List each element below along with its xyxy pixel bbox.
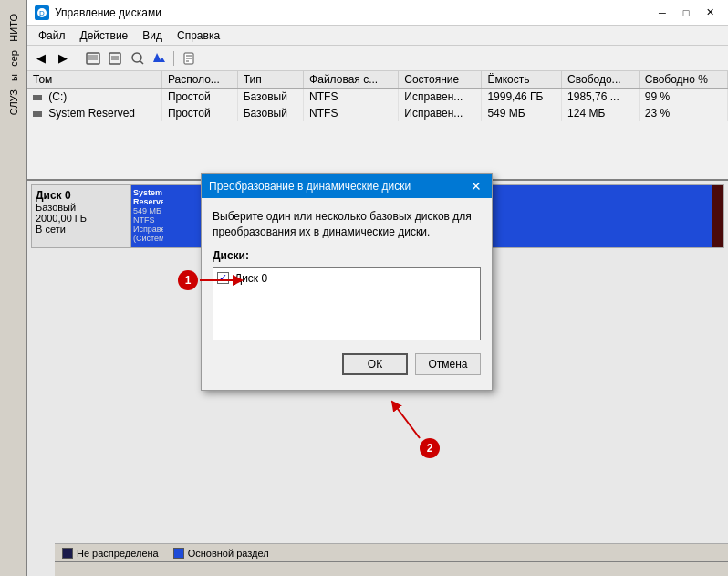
row2-free: 124 МБ bbox=[562, 105, 640, 121]
title-bar: D Управление дисками ─ □ ✕ bbox=[27, 0, 728, 26]
toolbar-btn-4[interactable] bbox=[149, 48, 169, 68]
row1-fs: NTFS bbox=[304, 89, 399, 106]
modal-disk-item[interactable]: ✓ Диск 0 bbox=[217, 272, 476, 285]
modal-dialog: Преобразование в динамические диски ✕ Вы… bbox=[201, 173, 493, 391]
legend-box-unallocated bbox=[62, 548, 73, 559]
row1-freepct: 99 % bbox=[639, 89, 727, 106]
row1-type: Базовый bbox=[237, 89, 303, 106]
table-row[interactable]: System Reserved Простой Базовый NTFS Исп… bbox=[27, 105, 728, 121]
svg-rect-3 bbox=[88, 55, 98, 60]
maximize-button[interactable]: □ bbox=[675, 5, 697, 21]
seg-reserved-status: Исправен (Систем... bbox=[133, 225, 161, 243]
col-header-status: Состояние bbox=[399, 71, 482, 89]
legend-label-primary: Основной раздел bbox=[188, 548, 269, 559]
disk-0-type: Базовый bbox=[36, 202, 127, 213]
disk-0-size: 2000,00 ГБ bbox=[36, 213, 127, 224]
modal-close-button[interactable]: ✕ bbox=[468, 178, 484, 194]
col-header-freepct: Свободно % bbox=[639, 71, 727, 89]
row1-status: Исправен... bbox=[399, 89, 482, 106]
row2-loc: Простой bbox=[161, 105, 237, 121]
minimize-button[interactable]: ─ bbox=[651, 5, 673, 21]
segment-reserved[interactable]: System Reserved 549 МБ NTFS Исправен (Си… bbox=[131, 185, 163, 247]
toolbar-separator-2 bbox=[173, 51, 174, 66]
title-bar-left: D Управление дисками bbox=[35, 5, 161, 20]
disk-0-status: В сети bbox=[36, 224, 127, 235]
col-header-loc: Располо... bbox=[161, 71, 237, 89]
disk-0-label: Диск 0 Базовый 2000,00 ГБ В сети bbox=[31, 184, 131, 248]
table-header-row: Том Располо... Тип Файловая с... Состоян… bbox=[27, 71, 728, 89]
row2-status: Исправен... bbox=[399, 105, 482, 121]
forward-button[interactable]: ▶ bbox=[53, 48, 73, 68]
menu-bar: Файл Действие Вид Справка bbox=[27, 26, 728, 46]
col-header-fs: Файловая с... bbox=[304, 71, 399, 89]
svg-line-8 bbox=[140, 61, 143, 64]
svg-rect-4 bbox=[109, 53, 120, 64]
toolbar-btn-1[interactable] bbox=[83, 48, 103, 68]
row1-name: (C:) bbox=[27, 89, 161, 106]
title-buttons: ─ □ ✕ bbox=[651, 5, 721, 21]
svg-text:D: D bbox=[39, 9, 45, 17]
legend-bar: Не распределена Основной раздел bbox=[55, 543, 728, 561]
table-area: Том Располо... Тип Файловая с... Состоян… bbox=[27, 71, 728, 181]
toolbar: ◀ ▶ bbox=[27, 46, 728, 71]
legend-box-primary bbox=[173, 548, 184, 559]
legend-item-unallocated: Не распределена bbox=[62, 548, 159, 559]
toolbar-btn-3[interactable] bbox=[127, 48, 147, 68]
modal-description: Выберите один или несколько базовых диск… bbox=[213, 209, 481, 240]
toolbar-separator-1 bbox=[78, 51, 78, 66]
close-button[interactable]: ✕ bbox=[699, 5, 721, 21]
modal-disks-listbox[interactable]: ✓ Диск 0 bbox=[213, 267, 481, 340]
legend-item-primary: Основной раздел bbox=[173, 548, 269, 559]
window-title: Управление дисками bbox=[55, 6, 161, 19]
modal-buttons: ОК Отмена bbox=[213, 353, 481, 379]
col-header-cap: Ёмкость bbox=[482, 71, 562, 89]
svg-point-7 bbox=[132, 53, 141, 62]
sidebar-text-1: НИТО bbox=[8, 14, 19, 42]
row2-cap: 549 МБ bbox=[482, 105, 562, 121]
toolbar-btn-5[interactable] bbox=[179, 48, 199, 68]
menu-view[interactable]: Вид bbox=[135, 27, 170, 44]
row1-loc: Простой bbox=[161, 89, 237, 106]
left-sidebar: НИТО сер ы СЛУЗ bbox=[0, 0, 27, 576]
modal-title: Преобразование в динамические диски bbox=[209, 180, 411, 193]
seg-reserved-name: System Reserved bbox=[133, 188, 161, 206]
col-header-free: Свободо... bbox=[562, 71, 640, 89]
seg-reserved-size: 549 МБ NTFS bbox=[133, 206, 161, 225]
modal-title-bar: Преобразование в динамические диски ✕ bbox=[202, 174, 492, 198]
row2-fs: NTFS bbox=[304, 105, 399, 121]
toolbar-btn-2[interactable] bbox=[105, 48, 125, 68]
table-row[interactable]: (C:) Простой Базовый NTFS Исправен... 19… bbox=[27, 89, 728, 106]
menu-help[interactable]: Справка bbox=[170, 27, 227, 44]
sidebar-text-4: СЛУЗ bbox=[8, 89, 19, 115]
segment-unallocated[interactable] bbox=[712, 185, 723, 247]
legend-label-unallocated: Не распределена bbox=[77, 548, 159, 559]
title-icon: D bbox=[35, 5, 49, 20]
modal-disk-checkbox[interactable]: ✓ bbox=[217, 272, 229, 284]
modal-disk-name: Диск 0 bbox=[234, 272, 267, 285]
row2-name: System Reserved bbox=[27, 105, 161, 121]
row2-freepct: 23 % bbox=[639, 105, 727, 121]
disk-table: Том Располо... Тип Файловая с... Состоян… bbox=[27, 71, 728, 121]
row1-free: 1985,76 ... bbox=[562, 89, 640, 106]
menu-file[interactable]: Файл bbox=[31, 27, 73, 44]
status-bar bbox=[55, 561, 728, 576]
disk-0-name: Диск 0 bbox=[36, 189, 127, 202]
menu-action[interactable]: Действие bbox=[73, 27, 136, 44]
modal-body: Выберите один или несколько базовых диск… bbox=[202, 198, 492, 390]
sidebar-text-2: сер bbox=[8, 50, 19, 67]
col-header-tom: Том bbox=[27, 71, 161, 89]
back-button[interactable]: ◀ bbox=[31, 48, 51, 68]
modal-ok-button[interactable]: ОК bbox=[342, 353, 408, 375]
row2-type: Базовый bbox=[237, 105, 303, 121]
col-header-type: Тип bbox=[237, 71, 303, 89]
sidebar-text-3: ы bbox=[8, 74, 19, 81]
row1-cap: 1999,46 ГБ bbox=[482, 89, 562, 106]
modal-cancel-button[interactable]: Отмена bbox=[415, 353, 481, 375]
modal-disks-label: Диски: bbox=[213, 249, 481, 262]
